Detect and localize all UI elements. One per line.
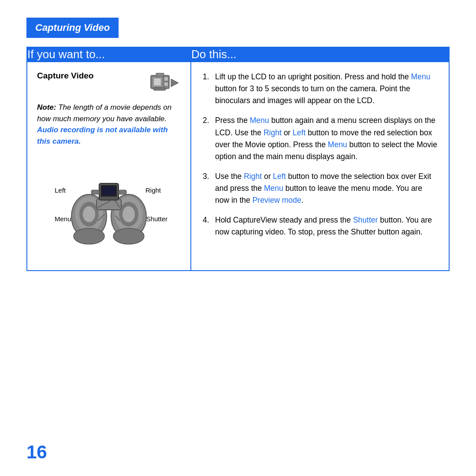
step-1-text: Lift up the LCD to an upright position. … bbox=[215, 72, 430, 105]
page-title: Capturing Video bbox=[35, 22, 110, 33]
label-shutter: Shutter bbox=[146, 215, 167, 223]
step-1-menu-link: Menu bbox=[411, 72, 431, 81]
label-left: Left bbox=[55, 186, 66, 194]
label-menu: Menu bbox=[55, 215, 71, 223]
video-camera-icon bbox=[150, 71, 181, 97]
note-highlight-text: Audio recording is not available with th… bbox=[37, 126, 168, 145]
page-number: 16 bbox=[26, 442, 47, 463]
right-column-header: Do this... bbox=[191, 47, 449, 62]
svg-rect-7 bbox=[153, 88, 166, 90]
step-3-text: Use the Right or Left button to move the… bbox=[215, 172, 431, 205]
step-2-text: Press the Menu button again and a menu s… bbox=[215, 116, 437, 160]
note-bold-prefix: Note: bbox=[37, 103, 56, 112]
step-1-num: 1. bbox=[203, 71, 209, 83]
svg-rect-4 bbox=[164, 77, 168, 81]
steps-list: 1. Lift up the LCD to an upright positio… bbox=[203, 71, 437, 238]
step-3-right-link: Right bbox=[244, 172, 262, 181]
right-column-content: 1. Lift up the LCD to an upright positio… bbox=[191, 62, 449, 255]
capture-video-label: Capture Video bbox=[37, 71, 93, 81]
left-column-cell: Capture Video bbox=[27, 62, 191, 271]
step-2-right-link: Right bbox=[264, 128, 282, 137]
svg-point-22 bbox=[74, 228, 104, 244]
right-column-cell: 1. Lift up the LCD to an upright positio… bbox=[191, 62, 449, 271]
step-4: 4. Hold CaptureView steady and press the… bbox=[203, 214, 437, 238]
step-2-num: 2. bbox=[203, 115, 209, 126]
svg-point-11 bbox=[83, 206, 95, 222]
left-column-header: If you want to... bbox=[27, 47, 191, 62]
svg-rect-19 bbox=[102, 186, 115, 195]
svg-rect-3 bbox=[156, 73, 164, 77]
svg-rect-5 bbox=[164, 82, 168, 86]
left-column-content: Capture Video bbox=[27, 62, 190, 270]
step-4-text: Hold CaptureView steady and press the Sh… bbox=[215, 216, 432, 236]
svg-point-15 bbox=[123, 206, 135, 222]
label-right: Right bbox=[145, 186, 161, 194]
step-3-menu-link: Menu bbox=[264, 184, 283, 193]
note-regular-text: The length of a movie depends on how muc… bbox=[37, 103, 171, 123]
svg-point-23 bbox=[113, 228, 144, 244]
binoculars-diagram: Left Right Menu Shutter bbox=[37, 160, 181, 261]
header-bar: Capturing Video bbox=[26, 18, 119, 38]
svg-rect-2 bbox=[153, 78, 161, 86]
step-3-num: 3. bbox=[203, 171, 209, 182]
svg-rect-20 bbox=[91, 190, 99, 194]
step-3-left-link: Left bbox=[273, 172, 286, 181]
step-2: 2. Press the Menu button again and a men… bbox=[203, 115, 437, 163]
step-2-menu-link: Menu bbox=[250, 116, 269, 125]
note-text: Note: The length of a movie depends on h… bbox=[37, 102, 181, 147]
step-3: 3. Use the Right or Left button to move … bbox=[203, 171, 437, 206]
step-2-left-link: Left bbox=[293, 128, 305, 137]
svg-marker-6 bbox=[171, 79, 178, 87]
step-4-num: 4. bbox=[203, 214, 209, 226]
binoculars-svg bbox=[65, 168, 153, 254]
step-2-menu2-link: Menu bbox=[328, 140, 347, 149]
step-4-shutter-link: Shutter bbox=[353, 216, 378, 224]
step-1: 1. Lift up the LCD to an upright positio… bbox=[203, 71, 437, 107]
svg-rect-21 bbox=[119, 190, 126, 194]
step-3-preview-link: Preview mode bbox=[253, 196, 301, 205]
main-content-table: If you want to... Do this... Capture Vid… bbox=[26, 47, 450, 271]
